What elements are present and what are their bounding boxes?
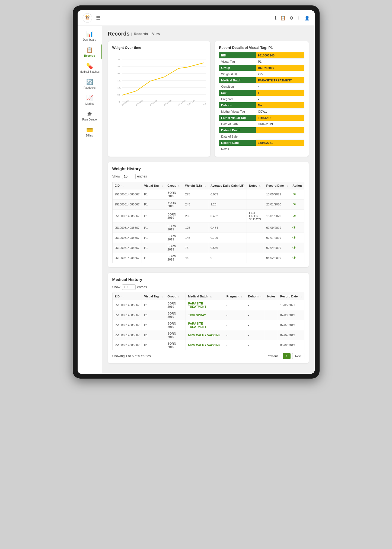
content-area: Records | Records | View Weight Over tim…	[102, 26, 315, 374]
svg-text:50: 50	[117, 94, 120, 96]
billing-icon: 💳	[86, 126, 93, 133]
mh-col-pregnant[interactable]: Pregnant ↑↓	[224, 293, 246, 300]
paddocks-icon: 🔄	[86, 79, 93, 85]
medical-pagination: Showing 1 to 5 of 5 entries Previous 1 N…	[112, 353, 304, 359]
svg-text:07/07/2019: 07/07/2019	[149, 99, 158, 106]
view-action-icon[interactable]: 👁	[292, 246, 296, 250]
weight-table-controls: Show entries	[112, 174, 304, 179]
svg-text:15/01/2020: 15/01/2020	[177, 99, 186, 106]
weight-history-row: 951000314085667P1BORN 20192750.06313/05/…	[112, 189, 304, 199]
svg-text:23/01/2020: 23/01/2020	[187, 99, 195, 106]
record-value	[256, 146, 304, 152]
record-value	[256, 127, 304, 134]
svg-text:07/09/2019: 07/09/2019	[163, 99, 172, 106]
svg-text:0: 0	[119, 101, 120, 103]
showing-text: Showing 1 to 5 of 5 entries	[112, 354, 151, 358]
entries-label-medical: entries	[137, 285, 147, 289]
sidebar-item-paddocks[interactable]: 🔄 Paddocks	[78, 77, 102, 91]
record-value: F	[256, 90, 304, 96]
record-value: 9510003140	[256, 52, 304, 59]
mh-col-batch[interactable]: Medical Batch ↑↓	[186, 293, 224, 300]
view-action-icon[interactable]: 👁	[292, 226, 296, 230]
market-icon: 📈	[86, 95, 93, 101]
record-card-title: Record Details of Visual Tag: P1	[219, 46, 304, 50]
medical-batch-link[interactable]: PARASITE TREATMENT	[188, 302, 206, 308]
view-action-icon[interactable]: 👁	[292, 202, 296, 207]
dashboard-icon: 📊	[86, 31, 93, 37]
svg-text:02/04/2019: 02/04/2019	[135, 99, 144, 106]
record-details-table: EID9510003140Visual TagP1GroupBORN 2019W…	[219, 52, 304, 152]
mh-col-group[interactable]: Group ↑↓	[165, 293, 186, 300]
chart-svg: 300 250 200 150 100 50 0	[112, 53, 206, 113]
user-icon[interactable]: 👤	[304, 15, 310, 21]
weight-history-table: EID ↑↓ Visual Tag ↑↓ Group ↑↓ Weight (LB…	[112, 182, 304, 263]
medical-history-table: EID ↑↓ Visual Tag ↑↓ Group ↑↓ Medical Ba…	[112, 293, 304, 350]
sidebar-item-dashboard[interactable]: 📊 Dashboard	[78, 28, 102, 43]
breadcrumb-records[interactable]: Records	[134, 32, 148, 36]
records-icon: 📋	[86, 47, 93, 53]
record-label: Date of Birth	[219, 121, 256, 127]
record-label: Record Date	[219, 140, 256, 146]
clipboard-icon[interactable]: 📋	[280, 15, 286, 21]
hamburger-menu[interactable]: ☰	[96, 15, 100, 21]
medical-batch-link[interactable]: TICK SPRAY	[188, 313, 206, 317]
app-logo: 🐮	[82, 13, 92, 23]
view-action-icon[interactable]: 👁	[292, 236, 296, 240]
record-label: Pregnant	[219, 96, 256, 102]
top-bar: 🐮 ☰ ℹ 📋 ⚙ ✛ 👤	[78, 10, 315, 26]
medical-batches-icon: 💊	[86, 63, 93, 69]
medical-show-input[interactable]	[122, 284, 136, 290]
mh-col-eid[interactable]: EID ↑↓	[112, 293, 142, 300]
weight-show-input[interactable]	[122, 174, 136, 179]
chart-area: 300 250 200 150 100 50 0	[112, 53, 206, 113]
medical-batch-link[interactable]: PARASITE TREATMENT	[188, 322, 206, 328]
wh-col-date[interactable]: Record Date ↑↓	[264, 182, 290, 189]
record-details-card: Record Details of Visual Tag: P1 EID9510…	[215, 41, 308, 157]
move-icon[interactable]: ✛	[297, 15, 301, 21]
sidebar-item-rain-gauge[interactable]: 🌧 Rain Gauge	[78, 109, 102, 123]
wh-col-weight[interactable]: Weight (LB) ↑↓	[183, 182, 208, 189]
wh-col-vtag[interactable]: Visual Tag ↑↓	[142, 182, 165, 189]
wh-col-notes[interactable]: Notes ↑↓	[247, 182, 264, 189]
page-1-button[interactable]: 1	[283, 353, 291, 359]
svg-text:13/05/2021: 13/05/2021	[203, 99, 206, 106]
record-value: BORN 2019	[256, 65, 304, 71]
record-label: Sex	[219, 90, 256, 96]
weight-history-title: Weight History	[112, 166, 304, 171]
medical-history-title: Medical History	[112, 277, 304, 282]
medical-batch-link[interactable]: NEW CALF 7 VACCINE	[188, 344, 220, 347]
entries-label-weight: entries	[137, 174, 147, 178]
previous-button[interactable]: Previous	[264, 353, 281, 359]
record-label: Group	[219, 65, 256, 71]
sidebar-item-billing[interactable]: 💳 Billing	[78, 124, 102, 139]
info-icon[interactable]: ℹ	[275, 15, 276, 21]
next-button[interactable]: Next	[292, 353, 304, 359]
wh-col-eid[interactable]: EID ↑↓	[112, 182, 142, 189]
device-frame: 🐮 ☰ ℹ 📋 ⚙ ✛ 👤 📊 Dashboard	[73, 5, 320, 379]
medical-table-controls: Show entries	[112, 284, 304, 290]
record-value	[256, 134, 304, 140]
weight-history-row: 951000314085667P1BORN 2019750.56602/04/2…	[112, 243, 304, 253]
page-title: Records	[108, 31, 130, 37]
mh-col-date[interactable]: Record Date ↑↓	[278, 293, 304, 300]
record-label: EID	[219, 52, 256, 59]
view-action-icon[interactable]: 👁	[292, 214, 296, 218]
settings-icon[interactable]: ⚙	[289, 15, 293, 21]
svg-text:🐮: 🐮	[84, 15, 91, 21]
view-action-icon[interactable]: 👁	[292, 256, 296, 260]
sidebar-item-records[interactable]: 📋 Records	[78, 45, 102, 59]
view-action-icon[interactable]: 👁	[292, 192, 296, 196]
mh-col-vtag[interactable]: Visual Tag ↑↓	[142, 293, 165, 300]
top-section: Weight Over time 300 250 200 150 100 50 …	[108, 41, 309, 157]
sidebar-label-dashboard: Dashboard	[83, 38, 96, 41]
record-label: Dehorn	[219, 102, 256, 109]
wh-col-group[interactable]: Group ↑↓	[165, 182, 183, 189]
mh-col-dehorn[interactable]: Dehorn ↑↓	[246, 293, 265, 300]
sidebar-item-medical-batches[interactable]: 💊 Medical Batches	[78, 61, 102, 75]
record-value: P1	[256, 59, 304, 65]
medical-batch-link[interactable]: NEW CALF 7 VACCINE	[188, 334, 220, 337]
sidebar-item-market[interactable]: 📈 Market	[78, 93, 102, 107]
wh-col-adg[interactable]: Average Daily Gain (LB)	[208, 182, 247, 189]
weight-history-row: 951000314085667P1BORN 20192350.462FED GR…	[112, 210, 304, 223]
breadcrumb-view[interactable]: View	[152, 32, 160, 36]
